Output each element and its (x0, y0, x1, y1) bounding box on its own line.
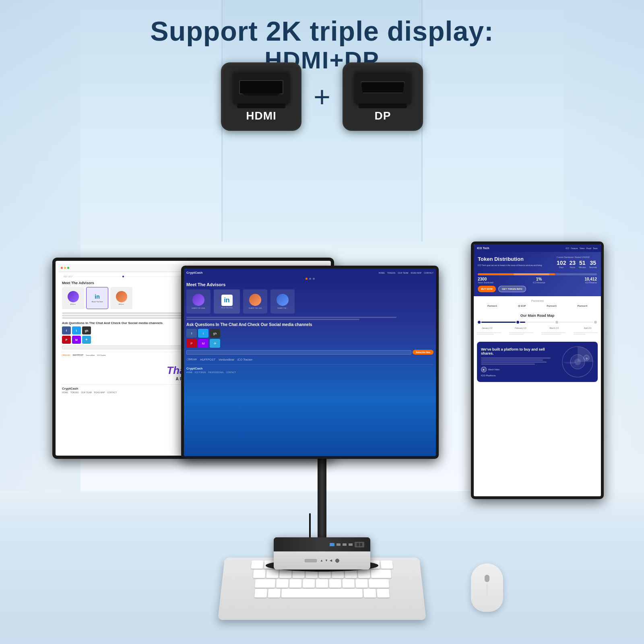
twitter-icon: t (72, 326, 81, 334)
pc-icon-3: ◀ (330, 559, 332, 562)
center-tw-icon: t (198, 329, 208, 338)
key-c (303, 579, 315, 588)
countdown-minutes: 51 Minutes (579, 260, 586, 268)
rm-desc-1 (477, 332, 501, 335)
advisor-card-2: Advisor (110, 287, 132, 309)
r-nav-roadmap: Road (586, 247, 591, 250)
key-v (316, 579, 328, 588)
center-avatar-2 (249, 294, 261, 306)
token-header-row: Token Distribution ICO Tech goal set out… (478, 256, 597, 272)
hdmi-label: HDMI (246, 109, 277, 122)
monitor-right: ICO Tech ICO Feature Token Road Team Tok… (471, 242, 604, 499)
center-cryptcash-title: CryptCash (186, 367, 433, 370)
share-deal: Share The Deal (221, 307, 233, 309)
power-button[interactable] (335, 559, 339, 563)
port-icons-area: HDMI + DP (221, 62, 423, 131)
token-left: Token Distribution ICO Tech goal set out… (478, 256, 543, 270)
center-brand-row: ⬡bitcoin HUFFPOST VentureBeat ICO Tracke… (186, 358, 433, 361)
right-header: ICO Tech ICO Feature Token Road Team (474, 244, 601, 252)
stat-distributed: 2300 Token Distributed (478, 277, 493, 284)
buy-now-button[interactable]: BUY NOW (478, 286, 496, 292)
rm-desc-4 (574, 332, 598, 335)
stat-ico: 1% ICO Revenue (533, 277, 545, 284)
svg-text:⚙: ⚙ (586, 357, 588, 360)
key-n (343, 579, 355, 588)
center-advisor-label-3: SHARE THE... (277, 307, 288, 309)
center-linkedin-card: in Share The Deal (214, 289, 240, 314)
huffpost-logo: HUFFPOST (72, 354, 83, 356)
days-label: Days (557, 266, 566, 268)
stat-num1: 2300 (478, 277, 493, 281)
rm-label-1: January 2.0 (477, 327, 497, 329)
roadmap-title: Our Main Road Map (477, 314, 598, 318)
partner-3: Partner3 (547, 305, 556, 307)
center-social-grid: f t gh P M ✈ (186, 329, 433, 348)
roadmap-section: Our Main Road Map January 2.0 February 2… (474, 310, 601, 339)
countdown-label: Current Distribution Started 1/3/2018 (557, 256, 597, 258)
usb-port (330, 543, 334, 546)
platform-graphic: ⚙ (561, 346, 594, 378)
hours-label: Hours (569, 266, 576, 268)
key-x (289, 579, 301, 588)
monitor-setup: REF 2017 Q3 2018 Meet The Advisors Advis… (40, 258, 604, 572)
center-advisor-3: SHARE THE... (270, 289, 295, 314)
hours-num: 23 (569, 260, 576, 266)
r-nav-feature: Feature (571, 247, 578, 250)
r-nav-ico: ICO (566, 247, 569, 250)
linkedin-card: in Share The Deal (86, 287, 108, 309)
hdmi-slot (239, 80, 283, 94)
key-alt-r (363, 589, 376, 598)
key-shift-left (255, 579, 275, 588)
center-advisor-1: SHARE THE DEAL (186, 289, 211, 314)
github-icon: gh (82, 326, 91, 334)
desc-bars-center (186, 317, 433, 320)
center-avatar-1 (192, 294, 204, 306)
progress-bar (478, 273, 597, 275)
c-nav-home: HOME (186, 371, 192, 374)
center-nav-home: HOME (379, 272, 385, 274)
center-nav-team: OUR TEAM (398, 272, 408, 274)
hdmi-port (349, 543, 353, 546)
roadmap-descs (477, 332, 598, 335)
r-nav-team: Team (593, 247, 598, 250)
key-ctrl (254, 589, 267, 598)
pc-slot-1 (305, 559, 317, 562)
dp-label: DP (375, 109, 391, 122)
center-logo: CryptCash (186, 271, 202, 275)
play-icon[interactable]: ▶ (481, 367, 487, 372)
r-nav-token: Token (579, 247, 584, 250)
key-space (281, 589, 363, 598)
center-ask-title: Ask Questions In The Chat And Check Our … (186, 322, 433, 327)
token-buttons: BUY NOW GET TOKEN INFO (478, 286, 597, 292)
center-icotracker: ICO Tracker (237, 358, 253, 361)
dot-yellow (64, 267, 66, 269)
nav-roadmap: ROAD MAP (94, 391, 105, 394)
venturebeat-logo: VentureBeat (86, 354, 95, 356)
roadmap-line (477, 322, 598, 323)
center-advisor-label-2: SHARE THE LINK (249, 307, 262, 309)
rm-dot-2 (516, 320, 520, 324)
nav-tokens: TOKENS (70, 391, 78, 394)
stat-reserve: 10,412 ICO Reserve (584, 277, 597, 284)
pc-bottom: ▲ ▼ ◀ (274, 551, 370, 570)
advisor-card-1: Advisor (62, 287, 84, 309)
center-gh-icon: gh (210, 329, 220, 338)
center-nav-contact: CONTACT (424, 272, 433, 274)
get-token-info-button[interactable]: GET TOKEN INFO (498, 286, 526, 292)
rm-label-2: February 2.0 (510, 327, 530, 329)
center-advisor-label-1: SHARE THE DEAL (192, 307, 205, 309)
dp-slot (361, 81, 405, 93)
c-nav-professional: PROFESSIONAL (208, 371, 224, 374)
rm-desc-3 (541, 332, 566, 335)
stats-row: 2300 Token Distributed 1% ICO Revenue 10… (478, 277, 597, 284)
center-huffpost: HUFFPOST (200, 358, 215, 361)
center-cryptcash-nav: HOME ICO TOKEN PROFESSIONAL CONTACT (186, 371, 433, 374)
token-dist-section: Token Distribution ICO Tech goal set out… (474, 252, 601, 296)
platform-text: We've built a platform to buy and sell s… (481, 347, 558, 377)
ethernet-port-1 (336, 543, 341, 546)
dot-1 (309, 278, 311, 280)
ethernet-port-2 (343, 543, 347, 546)
minutes-label: Minutes (579, 266, 586, 268)
center-subscribe-btn[interactable]: Subscribe Now (413, 350, 433, 355)
center-venturebeat: VentureBeat (219, 358, 234, 361)
